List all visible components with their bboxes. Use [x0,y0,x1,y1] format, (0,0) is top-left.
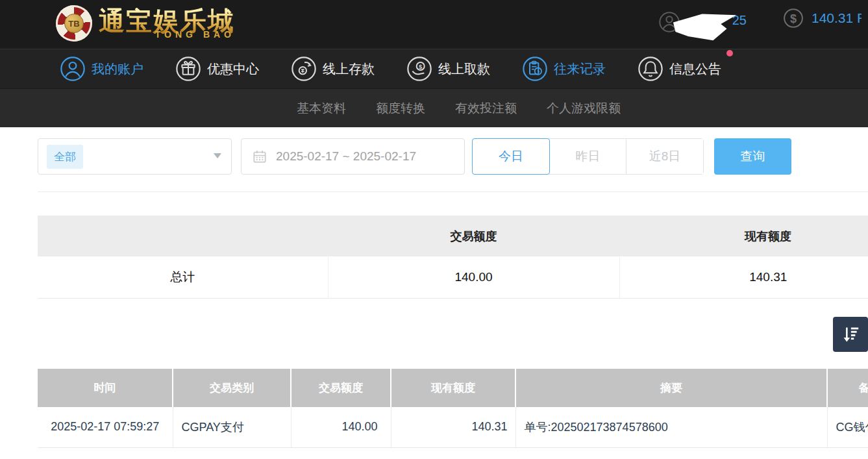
bell-icon [638,56,663,82]
user-account-area[interactable]: 25 [658,9,747,35]
sort-row [0,317,868,352]
nav-item-announcements[interactable]: 信息公告 [638,56,721,82]
selected-type-tag[interactable]: 全部 [47,145,83,169]
summary-table: 交易额度 现有额度 总计 140.00 140.31 [38,216,868,299]
chevron-down-icon [214,153,221,158]
nav-label: 我的账户 [92,60,143,78]
currency-partial: R [857,10,862,26]
date-range-input[interactable]: 2025-02-17 ~ 2025-02-17 [241,138,465,175]
record-type: CGPAY支付 [173,407,291,448]
summary-col-transaction-amount: 交易额度 [328,216,619,256]
calendar-icon [251,148,268,165]
user-circle-icon [60,56,86,82]
nav-label: 信息公告 [669,60,721,78]
filter-toolbar: 全部 2025-02-17 ~ 2025-02-17 今日 昨日 近8日 查询 [38,138,868,175]
summary-table-wrap: 交易额度 现有额度 总计 140.00 140.31 [38,216,868,299]
summary-total-row: 总计 140.00 140.31 [38,256,868,298]
svg-text:$: $ [419,64,423,70]
svg-text:$: $ [790,12,797,25]
gift-icon [175,56,201,82]
nav-label: 优惠中心 [207,60,259,78]
search-button[interactable]: 查询 [714,138,791,175]
subnav-item-game-limits[interactable]: 个人游戏限额 [547,100,621,117]
range-button-yesterday[interactable]: 昨日 [550,139,626,174]
sort-descending-button[interactable] [833,317,868,352]
poker-chip-icon: TB [56,5,92,42]
quick-range-group: 今日 昨日 近8日 [472,138,704,175]
username: 25 [684,9,747,35]
summary-total-current-balance: 140.31 [619,256,868,298]
site-subtitle: TONG BAO [155,30,235,39]
nav-item-promotions[interactable]: 优惠中心 [175,56,259,82]
summary-header-row: 交易额度 现有额度 [38,216,868,256]
balance-area[interactable]: $ 140.31 R [783,8,862,29]
site-logo[interactable]: TB 通宝娱乐城 TONG BAO [56,5,235,42]
records-table: 时间 交易类别 交易额度 现有额度 摘要 备注 2025-02-17 07:59… [38,369,868,449]
records-col-time: 时间 [38,369,173,407]
summary-col-current-balance: 现有额度 [619,216,868,256]
record-remark: CG钱包 [827,407,868,448]
balance-amount: 140.31 R [812,10,862,26]
records-col-type: 交易类别 [173,369,291,407]
notification-dot [726,50,733,56]
subnav-item-valid-bets[interactable]: 有效投注额 [455,100,517,117]
range-button-last-8-days[interactable]: 近8日 [626,139,703,174]
record-summary: 单号:202502173874578600 [515,407,827,448]
table-row: 2025-02-17 07:59:27 CGPAY支付 140.00 140.3… [38,407,868,448]
range-button-today[interactable]: 今日 [472,138,550,175]
deposit-icon [291,56,317,82]
subnav-item-basic-info[interactable]: 基本资料 [297,100,346,117]
type-filter-select[interactable]: 全部 [38,138,232,175]
record-time: 2025-02-17 07:59:27 [38,407,173,448]
records-col-remark: 备注 [827,369,868,407]
records-col-current-balance: 现有额度 [391,369,515,407]
nav-label: 线上取款 [438,60,490,78]
summary-total-label: 总计 [38,256,328,298]
redaction-scribble [671,10,741,47]
nav-item-online-deposit[interactable]: 线上存款 [291,56,375,82]
date-range-value: 2025-02-17 ~ 2025-02-17 [276,149,416,164]
record-current-balance: 140.31 [391,407,515,448]
sort-descending-icon [839,323,862,345]
main-nav: 我的账户 优惠中心 线上存款 $ 线上取款 [0,49,868,88]
account-subnav: 基本资料 额度转换 有效投注额 个人游戏限额 [0,88,868,127]
nav-item-my-account[interactable]: 我的账户 [60,56,143,82]
nav-label: 往来记录 [554,60,606,78]
record-transaction-amount: 140.00 [291,407,391,448]
withdraw-icon: $ [406,56,432,82]
nav-label: 线上存款 [323,60,375,78]
records-col-transaction-amount: 交易额度 [291,369,391,407]
subnav-item-quota-transfer[interactable]: 额度转换 [376,100,425,117]
dollar-coin-icon: $ [783,8,804,29]
chip-core-label: TB [64,14,84,33]
records-header-row: 时间 交易类别 交易额度 现有额度 摘要 备注 [38,369,868,407]
summary-col-blank [38,216,328,256]
section-divider [38,192,868,192]
top-header: TB 通宝娱乐城 TONG BAO 25 $ 140.31 R [0,0,868,49]
records-col-summary: 摘要 [515,369,827,407]
nav-item-transaction-records[interactable]: 往来记录 [522,56,606,82]
records-icon [522,56,548,82]
records-table-wrap: 时间 交易类别 交易额度 现有额度 摘要 备注 2025-02-17 07:59… [38,369,868,449]
summary-total-transaction-amount: 140.00 [328,256,619,298]
nav-item-online-withdrawal[interactable]: $ 线上取款 [406,56,490,82]
